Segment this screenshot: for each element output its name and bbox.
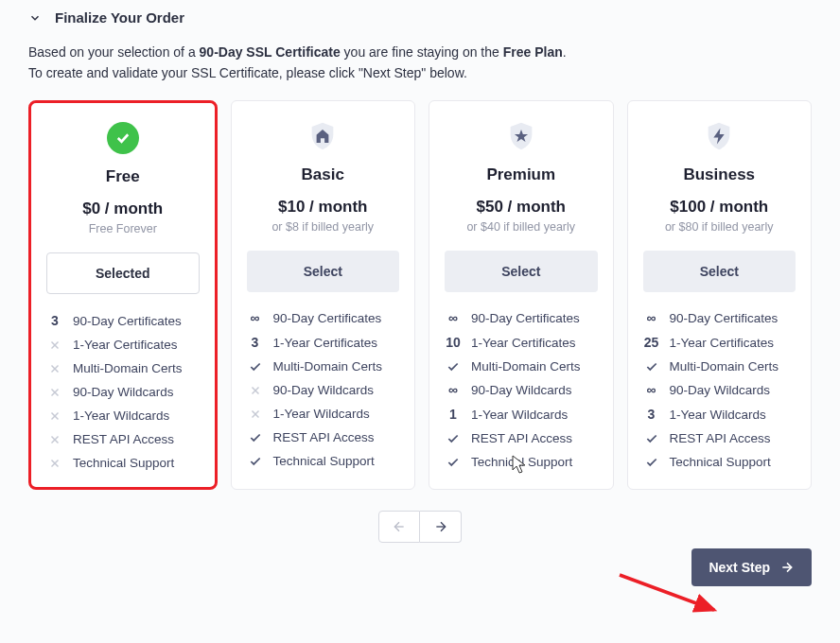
plan-card-free: Free $0 / month Free Forever Selected 39… bbox=[28, 100, 218, 490]
plan-name: Premium bbox=[486, 165, 555, 184]
x-icon bbox=[247, 385, 264, 396]
feature-row: Multi-Domain Certs bbox=[643, 359, 796, 374]
x-icon bbox=[46, 458, 63, 469]
infinity-icon: ∞ bbox=[445, 385, 462, 395]
feature-row: 90-Day Wildcards bbox=[247, 383, 400, 397]
x-icon bbox=[46, 339, 63, 351]
prev-button[interactable] bbox=[378, 511, 420, 543]
check-icon bbox=[643, 360, 660, 374]
pagination bbox=[28, 511, 812, 543]
feature-list: ∞90-Day Certificates251-Year Certificate… bbox=[643, 311, 796, 469]
feature-row: 1-Year Wildcards bbox=[46, 408, 200, 423]
feature-label: 90-Day Certificates bbox=[73, 314, 182, 328]
plan-cards: Free $0 / month Free Forever Selected 39… bbox=[28, 100, 812, 490]
svg-line-18 bbox=[620, 575, 714, 610]
check-icon bbox=[445, 360, 462, 374]
x-icon bbox=[46, 410, 63, 422]
plan-name: Business bbox=[683, 165, 755, 184]
feature-label: 90-Day Certificates bbox=[273, 311, 382, 325]
plan-card-premium: Premium $50 / month or $40 if billed yea… bbox=[429, 100, 614, 490]
plan-price: $50 / month bbox=[477, 198, 566, 217]
feature-row: 390-Day Certificates bbox=[46, 313, 200, 328]
next-page-button[interactable] bbox=[420, 511, 462, 543]
feature-label: 1-Year Wildcards bbox=[73, 408, 169, 423]
plan-price: $0 / month bbox=[82, 200, 163, 218]
feature-row: Technical Support bbox=[643, 455, 796, 469]
select-button[interactable]: Select bbox=[445, 251, 598, 292]
feature-row: 251-Year Certificates bbox=[643, 335, 796, 350]
desc-text: . bbox=[563, 44, 567, 60]
plan-icon bbox=[703, 120, 735, 152]
feature-label: Technical Support bbox=[273, 454, 375, 468]
check-icon bbox=[247, 455, 264, 468]
feature-count: 25 bbox=[643, 335, 660, 350]
feature-row: 31-Year Wildcards bbox=[643, 407, 796, 422]
feature-row: REST API Access bbox=[247, 430, 400, 444]
plan-subtext: or $8 if billed yearly bbox=[271, 220, 374, 234]
x-icon bbox=[247, 408, 264, 420]
feature-count: 3 bbox=[643, 407, 660, 422]
plan-subtext: Free Forever bbox=[89, 222, 157, 235]
feature-label: REST API Access bbox=[273, 430, 375, 444]
check-icon bbox=[643, 456, 660, 469]
annotation-arrow bbox=[615, 567, 738, 615]
desc-text: you are fine staying on the bbox=[341, 44, 503, 60]
feature-row: Technical Support bbox=[247, 454, 400, 468]
feature-label: Multi-Domain Certs bbox=[273, 359, 383, 374]
feature-label: 1-Year Wildcards bbox=[471, 408, 568, 422]
feature-count: 3 bbox=[247, 335, 264, 350]
plan-name: Free bbox=[106, 167, 140, 186]
feature-label: 1-Year Certificates bbox=[670, 336, 775, 350]
feature-label: Multi-Domain Certs bbox=[73, 361, 183, 375]
section-title: Finalize Your Order bbox=[55, 9, 184, 26]
feature-row: 11-Year Wildcards bbox=[445, 407, 598, 422]
plan-icon bbox=[107, 122, 139, 154]
desc-text: Based on your selection of a bbox=[28, 44, 200, 60]
feature-row: 1-Year Wildcards bbox=[247, 407, 400, 421]
feature-count: 3 bbox=[46, 313, 63, 328]
feature-label: 1-Year Certificates bbox=[471, 336, 576, 350]
feature-label: Multi-Domain Certs bbox=[670, 359, 779, 374]
desc-bold-plan: Free Plan bbox=[503, 44, 563, 60]
feature-row: 90-Day Wildcards bbox=[46, 385, 200, 399]
feature-label: REST API Access bbox=[670, 431, 771, 445]
feature-row: REST API Access bbox=[46, 432, 200, 446]
section-header[interactable]: Finalize Your Order bbox=[28, 9, 812, 26]
select-button[interactable]: Select bbox=[643, 251, 796, 292]
select-button[interactable]: Select bbox=[247, 251, 400, 292]
infinity-icon: ∞ bbox=[643, 313, 660, 323]
feature-row: ∞90-Day Wildcards bbox=[445, 383, 598, 397]
feature-label: 90-Day Wildcards bbox=[73, 385, 174, 399]
infinity-icon: ∞ bbox=[643, 385, 660, 395]
feature-label: 90-Day Wildcards bbox=[670, 383, 771, 397]
description: Based on your selection of a 90-Day SSL … bbox=[28, 43, 812, 83]
plan-subtext: or $80 if billed yearly bbox=[665, 220, 774, 234]
feature-row: ∞90-Day Wildcards bbox=[643, 383, 796, 397]
check-icon bbox=[643, 432, 660, 445]
feature-row: Multi-Domain Certs bbox=[445, 359, 598, 374]
x-icon bbox=[46, 387, 63, 398]
feature-row: Technical Support bbox=[46, 456, 200, 470]
feature-label: 90-Day Wildcards bbox=[471, 383, 572, 397]
feature-label: Technical Support bbox=[73, 456, 174, 470]
plan-price: $10 / month bbox=[278, 198, 367, 217]
arrow-right-icon bbox=[779, 560, 795, 575]
check-icon bbox=[247, 360, 264, 374]
feature-row: ∞90-Day Certificates bbox=[643, 311, 796, 325]
feature-label: 90-Day Wildcards bbox=[273, 383, 375, 397]
desc-bold-cert: 90-Day SSL Certificate bbox=[200, 44, 341, 60]
feature-label: Multi-Domain Certs bbox=[471, 359, 581, 374]
selected-button[interactable]: Selected bbox=[46, 252, 200, 294]
cursor-icon bbox=[511, 454, 528, 475]
feature-list: 390-Day Certificates1-Year CertificatesM… bbox=[46, 313, 200, 470]
feature-row: 31-Year Certificates bbox=[247, 335, 400, 350]
feature-list: ∞90-Day Certificates101-Year Certificate… bbox=[445, 311, 598, 469]
feature-label: 1-Year Certificates bbox=[273, 336, 378, 350]
plan-price: $100 / month bbox=[670, 198, 768, 217]
feature-label: Technical Support bbox=[670, 455, 771, 469]
feature-label: REST API Access bbox=[73, 432, 174, 446]
plan-card-basic: Basic $10 / month or $8 if billed yearly… bbox=[231, 100, 416, 490]
plan-subtext: or $40 if billed yearly bbox=[466, 220, 575, 234]
feature-row: ∞90-Day Certificates bbox=[247, 311, 400, 325]
plan-icon bbox=[505, 120, 537, 152]
